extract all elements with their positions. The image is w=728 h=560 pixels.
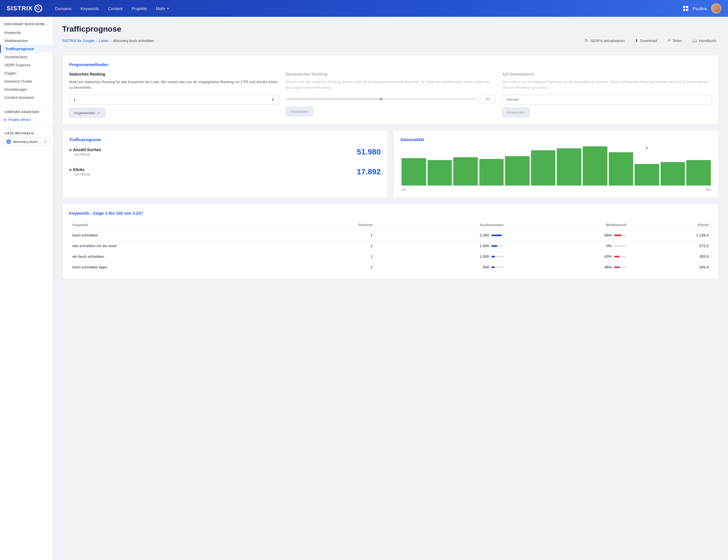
breadcrumb-item-listen[interactable]: Listen	[99, 39, 109, 43]
sidebar-projekt-link[interactable]: ▶ Projekt öffnen	[0, 116, 53, 123]
applied-button: Angewendet ✓	[69, 108, 105, 118]
method-domainbasis: Auf Domainbasis Wir nutzen uns vorliegen…	[502, 72, 712, 118]
sidebar-item-content-assistant[interactable]: Content Assistant	[0, 93, 53, 102]
table-row: buch schreiben tipps 1 950	[69, 262, 712, 273]
nav-item-domains[interactable]: Domains	[51, 4, 76, 13]
slider-track[interactable]	[286, 99, 476, 100]
grid-icon[interactable]	[683, 6, 688, 11]
bar-okt: ▼	[635, 146, 659, 186]
slider-thumb[interactable]	[379, 97, 383, 101]
method-dynamisches-ranking: Dynamisches Ranking Ähnlich wie das stat…	[286, 72, 495, 118]
position-cell: 1	[287, 251, 376, 262]
logo-text: SISTRIX	[7, 5, 33, 12]
bar-mai	[505, 146, 530, 186]
sidebar-item-wettbewerber[interactable]: Wettbewerber	[0, 37, 53, 45]
serps-button[interactable]: ↻ SERPs aktualisieren	[582, 36, 628, 45]
suchvolumen-cell: 3.350	[376, 230, 507, 241]
teilen-button[interactable]: ↗ Teilen	[664, 37, 685, 44]
apply-button-domain[interactable]: Anwenden	[502, 108, 530, 117]
klicks-cell: 572,5	[630, 241, 712, 251]
handbuch-button[interactable]: 📖 Handbuch	[689, 37, 719, 44]
position-cell: 1	[287, 241, 376, 251]
method-2-title: Dynamisches Ranking	[286, 72, 495, 76]
diameter-icon: ⌀	[69, 147, 71, 152]
nav-item-projekte[interactable]: Projekte	[128, 4, 151, 13]
prognose-card-title: Prognosemethoden	[69, 62, 712, 67]
chart-label-dez: Dez	[705, 188, 711, 191]
suchvolumen-cell: 1.000	[376, 251, 507, 262]
metric-suchen: ⌀ Anzahl Suchen pro Monat 51.980	[69, 147, 381, 156]
slider-input[interactable]	[480, 95, 495, 104]
sidebar-item-einstellungen[interactable]: Einstellungen	[0, 85, 53, 93]
list-text: discovery buch s...	[13, 140, 41, 144]
keywords-table: Keyword Position Suchvolumen Wettbewerb …	[69, 220, 712, 272]
sidebar-item-trafficprognose[interactable]: Trafficprognose	[0, 45, 53, 53]
bar-apr	[479, 146, 504, 186]
traffic-card: Trafficprognose ⌀ Anzahl Suchen pro Mona…	[62, 130, 388, 198]
apply-button-dynamic[interactable]: Anwenden	[286, 107, 313, 116]
keyword-cell: ein buch schreiben	[69, 251, 287, 262]
check-icon: ✓	[97, 111, 100, 115]
sidebar-item-keyword-cluster[interactable]: Keyword Cluster	[0, 77, 53, 85]
nav-item-mehr[interactable]: Mehr ▼	[152, 4, 173, 13]
bar-nov	[661, 146, 685, 186]
list-selector[interactable]: G discovery buch s... ▼	[3, 137, 50, 146]
breadcrumb-sep-1: ›	[96, 39, 97, 43]
keyword-cell: buch schreiben tipps	[69, 262, 287, 273]
logo-search-icon	[34, 4, 42, 12]
breadcrumb-sep-2: ›	[110, 39, 111, 43]
sidebar-item-serp-features[interactable]: SERP Features	[0, 61, 53, 69]
chevron-down-icon: ▼	[44, 140, 46, 143]
method-statisches-ranking: Statisches Ranking Nutzt ein statisches …	[69, 72, 279, 118]
col-position: Position	[287, 220, 376, 230]
bar-jun	[531, 146, 556, 186]
book-icon: 📖	[692, 38, 697, 43]
user-name[interactable]: Paulina	[693, 6, 707, 11]
col-suchvolumen: Suchvolumen	[376, 220, 507, 230]
nav-item-content[interactable]: Content	[104, 4, 127, 13]
keywords-card: Keywords - Zeige 1 bis 100 von 3.237 Key…	[62, 204, 719, 279]
klicks-cell: 1.149,4	[630, 230, 712, 241]
page-title: Trafficprognose	[62, 25, 719, 34]
sidebar-item-suchintention[interactable]: Suchintention	[0, 53, 53, 61]
metric-suchen-sub: pro Monat	[75, 153, 101, 156]
refresh-icon: ↻	[585, 38, 588, 43]
chevron-down-icon: ▼	[167, 7, 169, 10]
breadcrumb: SISTRIX für Google › Listen › discovery …	[62, 39, 154, 43]
select-chevron-icon: ▼	[271, 97, 275, 102]
wettbewerb-cell: 59%	[507, 230, 630, 241]
method-1-title: Statisches Ranking	[69, 72, 279, 76]
download-button[interactable]: ⬇ Download	[632, 37, 660, 44]
wettbewerb-cell: 46%	[507, 262, 630, 273]
keywords-title: Keywords - Zeige 1 bis 100 von 3.237	[69, 211, 712, 215]
toolbar: ↻ SERPs aktualisieren ⬇ Download ↗ Teile…	[582, 36, 719, 45]
sidebar-content-assistant-title: CONTENT ASSISTANT	[0, 110, 53, 116]
table-row: wie schreiben ich ein buch 1 1.600	[69, 241, 712, 251]
methods-grid: Statisches Ranking Nutzt ein statisches …	[69, 72, 712, 118]
bar-feb	[427, 146, 452, 186]
wettbewerb-cell: 43%	[507, 251, 630, 262]
google-icon: G	[6, 139, 11, 144]
header-right: Paulina	[683, 3, 721, 13]
suchvolumen-cell: 950	[376, 262, 507, 273]
bar-aug	[583, 146, 607, 186]
seasonality-card: Saisonalität	[393, 130, 719, 198]
avatar[interactable]	[711, 3, 721, 13]
breadcrumb-item-sistrix[interactable]: SISTRIX für Google	[62, 39, 94, 43]
diameter-icon-2: ⌀	[69, 167, 71, 172]
traffic-card-title: Trafficprognose	[69, 137, 381, 142]
method-1-desc: Nutzt ein statisches Ranking für alle Ke…	[69, 79, 279, 90]
selected-indicator-icon: ▼	[645, 146, 648, 149]
domain-input[interactable]	[502, 95, 712, 104]
bar-sep	[609, 146, 633, 186]
sidebar-item-keywords[interactable]: Keywords	[0, 29, 53, 37]
chart-label-jan: Jan	[401, 188, 406, 191]
logo[interactable]: SISTRIX	[7, 4, 42, 12]
seasonality-title: Saisonalität	[400, 137, 712, 142]
ranking-select[interactable]: 1 ▼	[69, 95, 279, 105]
keyword-cell: buch schreiben	[69, 230, 287, 241]
chevron-right-icon: ▶	[4, 118, 6, 121]
nav-item-keywords[interactable]: Keywords	[77, 4, 103, 13]
liste-wechseln-title: LISTE WECHSELN	[0, 132, 53, 137]
sidebar-item-fragen[interactable]: Fragen	[0, 69, 53, 77]
